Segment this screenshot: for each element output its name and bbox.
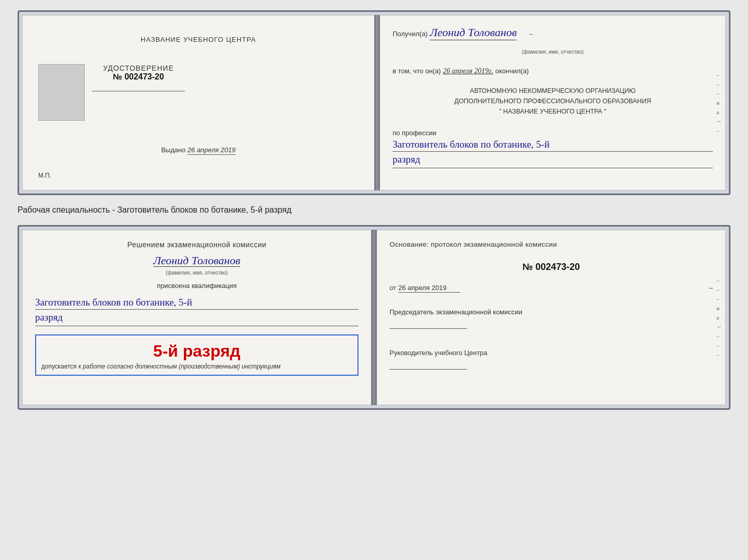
- vydano-block: Выдано 26 апреля 2019: [161, 146, 236, 154]
- bottom-doc-right-page: Основание: протокол экзаменационной коми…: [377, 230, 726, 405]
- udostoverenie-title: УДОСТОВЕРЕНИЕ: [92, 64, 185, 72]
- vtom-line: в том, что он(а) 26 апреля 2019г. окончи…: [393, 67, 713, 75]
- vtom-prefix: в том, что он(а): [393, 67, 441, 75]
- vydano-label: Выдано: [161, 146, 185, 154]
- vydano-date: 26 апреля 2019: [188, 146, 236, 154]
- training-center-label: НАЗВАНИЕ УЧЕБНОГО ЦЕНТРА: [141, 35, 256, 44]
- specialty-label: Рабочая специальность - Заготовитель бло…: [18, 204, 730, 216]
- poprofessii-block: по профессии Заготовитель блоков по бота…: [393, 129, 713, 168]
- stamp-box: 5-й разряд допускается к работе согласно…: [35, 334, 359, 376]
- bottom-doc-spine: [371, 230, 377, 405]
- fio-caption-top: (фамилия, имя, отчество): [522, 49, 584, 55]
- right-side-marks: – – – и а ← –: [716, 72, 722, 134]
- dopuskaetsya-italic-text: работе согласно должностным (производств…: [83, 363, 280, 370]
- osnovanie-text: Основание: протокол экзаменационной коми…: [389, 241, 713, 248]
- recipient-name: Леонид Толованов: [430, 26, 517, 39]
- org-line3: " НАЗВАНИЕ УЧЕБНОГО ЦЕНТРА ": [393, 106, 713, 117]
- director-block: Руководитель учебного Центра: [389, 348, 713, 372]
- stamp-razryad-text: 5-й разряд: [41, 342, 352, 361]
- bottom-fio-caption: (фамилия, имя, отчество): [166, 270, 228, 276]
- director-signature-line: [389, 361, 467, 370]
- ot-date-line: от 26 апреля 2019 –: [389, 284, 713, 293]
- bottom-recipient-name: Леонид Толованов: [153, 254, 241, 267]
- chairman-label: Председатель экзаменационной комиссии: [389, 307, 713, 317]
- specialty-text: Заготовитель блоков по ботанике, 5-й: [393, 139, 713, 152]
- okonchil-label: окончил(а): [495, 67, 529, 75]
- protocol-number: № 002473-20: [389, 262, 713, 273]
- chairman-signature-line: [389, 321, 467, 329]
- poluchil-line: Получил(а) Леонид Толованов –: [393, 26, 713, 40]
- resheniyem-text: Решением экзаменационной комиссии: [35, 241, 359, 249]
- dopuskaetsya-label: допускается к: [41, 363, 81, 370]
- bottom-razryad-text: разряд: [35, 312, 359, 326]
- ot-date: 26 апреля 2019: [398, 284, 447, 292]
- bottom-specialty-block: Заготовитель блоков по ботанике, 5-й раз…: [35, 295, 359, 326]
- poluchil-label: Получил(а): [393, 30, 428, 38]
- bottom-specialty-text: Заготовитель блоков по ботанике, 5-й: [35, 297, 359, 310]
- bottom-right-side-marks: – – – и а ← – – –: [716, 277, 722, 358]
- top-document: НАЗВАНИЕ УЧЕБНОГО ЦЕНТРА УДОСТОВЕРЕНИЕ №…: [18, 10, 730, 195]
- top-doc-right-page: Получил(а) Леонид Толованов – (фамилия, …: [380, 15, 726, 190]
- bottom-document: Решением экзаменационной комиссии Леонид…: [18, 225, 730, 410]
- dopuskaetsya-text: допускается к работе согласно должностны…: [41, 363, 352, 370]
- org-line2: ДОПОЛНИТЕЛЬНОГО ПРОФЕССИОНАЛЬНОГО ОБРАЗО…: [393, 96, 713, 106]
- top-doc-left-page: НАЗВАНИЕ УЧЕБНОГО ЦЕНТРА УДОСТОВЕРЕНИЕ №…: [22, 15, 375, 190]
- org-block: АВТОНОМНУЮ НЕКОММЕРЧЕСКУЮ ОРГАНИЗАЦИЮ ДО…: [393, 86, 713, 117]
- poprofessii-label: по профессии: [393, 129, 713, 137]
- udostoverenie-number: № 002473-20: [92, 72, 185, 82]
- vtom-date: 26 апреля 2019г.: [443, 67, 493, 75]
- org-line1: АВТОНОМНУЮ НЕКОММЕРЧЕСКУЮ ОРГАНИЗАЦИЮ: [393, 86, 713, 96]
- udostoverenie-block: УДОСТОВЕРЕНИЕ № 002473-20: [92, 64, 185, 95]
- photo-placeholder: [38, 64, 85, 121]
- doc-spine: [375, 15, 380, 190]
- bottom-doc-left-page: Решением экзаменационной комиссии Леонид…: [22, 230, 371, 405]
- razryad-text: разряд: [393, 154, 713, 168]
- director-label: Руководитель учебного Центра: [389, 348, 713, 358]
- mp-label: М.П.: [38, 172, 51, 179]
- chairman-block: Председатель экзаменационной комиссии: [389, 307, 713, 331]
- ot-prefix: от: [389, 284, 396, 292]
- prisvoena-text: присвоена квалификация: [35, 282, 359, 290]
